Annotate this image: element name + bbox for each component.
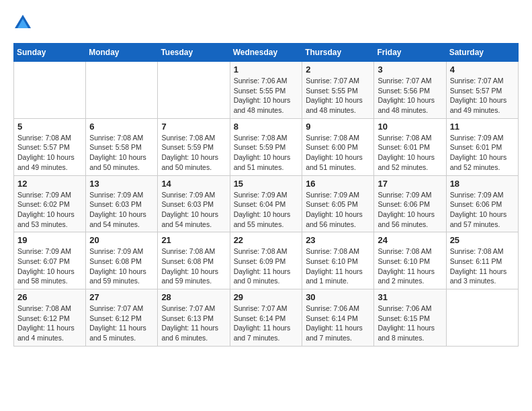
calendar-cell: 10Sunrise: 7:08 AMSunset: 6:01 PMDayligh… <box>374 118 446 175</box>
day-number: 23 <box>306 235 370 245</box>
day-info: Sunrise: 7:08 AMSunset: 5:59 PMDaylight:… <box>234 133 299 173</box>
day-info: Sunrise: 7:08 AMSunset: 6:00 PMDaylight:… <box>306 133 370 173</box>
calendar-cell: 25Sunrise: 7:08 AMSunset: 6:11 PMDayligh… <box>446 232 518 289</box>
day-number: 16 <box>306 179 370 189</box>
day-info: Sunrise: 7:08 AMSunset: 6:08 PMDaylight:… <box>161 246 226 286</box>
day-info: Sunrise: 7:07 AMSunset: 5:57 PMDaylight:… <box>450 76 515 116</box>
day-number: 29 <box>234 292 299 302</box>
day-info: Sunrise: 7:08 AMSunset: 6:10 PMDaylight:… <box>306 246 370 286</box>
calendar-cell: 22Sunrise: 7:08 AMSunset: 6:09 PMDayligh… <box>230 232 302 289</box>
day-number: 7 <box>161 122 226 132</box>
day-number: 17 <box>378 179 442 189</box>
calendar-cell: 13Sunrise: 7:09 AMSunset: 6:03 PMDayligh… <box>86 175 158 232</box>
day-info: Sunrise: 7:08 AMSunset: 6:10 PMDaylight:… <box>378 246 442 286</box>
logo-icon <box>13 13 32 32</box>
weekday-header-monday: Monday <box>86 44 158 62</box>
day-number: 9 <box>306 122 370 132</box>
calendar-cell: 18Sunrise: 7:09 AMSunset: 6:06 PMDayligh… <box>446 175 518 232</box>
calendar-week-4: 19Sunrise: 7:09 AMSunset: 6:07 PMDayligh… <box>14 232 519 289</box>
day-number: 31 <box>378 292 442 302</box>
weekday-header-thursday: Thursday <box>302 44 374 62</box>
day-info: Sunrise: 7:08 AMSunset: 6:12 PMDaylight:… <box>17 304 82 343</box>
day-info: Sunrise: 7:08 AMSunset: 6:11 PMDaylight:… <box>450 246 515 286</box>
weekday-header-row: SundayMondayTuesdayWednesdayThursdayFrid… <box>14 44 519 62</box>
calendar-cell: 7Sunrise: 7:08 AMSunset: 5:59 PMDaylight… <box>158 118 230 175</box>
calendar-cell: 19Sunrise: 7:09 AMSunset: 6:07 PMDayligh… <box>14 232 86 289</box>
calendar-body: 1Sunrise: 7:06 AMSunset: 5:55 PMDaylight… <box>14 62 519 347</box>
calendar-cell: 3Sunrise: 7:07 AMSunset: 5:56 PMDaylight… <box>374 62 446 119</box>
day-info: Sunrise: 7:09 AMSunset: 6:03 PMDaylight:… <box>89 190 154 230</box>
day-number: 1 <box>234 64 299 75</box>
day-number: 25 <box>450 235 515 245</box>
calendar-cell: 27Sunrise: 7:07 AMSunset: 6:12 PMDayligh… <box>86 289 158 347</box>
calendar-week-5: 26Sunrise: 7:08 AMSunset: 6:12 PMDayligh… <box>14 289 519 347</box>
weekday-header-wednesday: Wednesday <box>230 44 302 62</box>
day-number: 3 <box>378 64 442 75</box>
calendar-cell: 8Sunrise: 7:08 AMSunset: 5:59 PMDaylight… <box>230 118 302 175</box>
day-number: 8 <box>234 122 299 132</box>
day-info: Sunrise: 7:09 AMSunset: 6:01 PMDaylight:… <box>450 133 515 173</box>
day-info: Sunrise: 7:09 AMSunset: 6:06 PMDaylight:… <box>450 190 515 230</box>
calendar-week-2: 5Sunrise: 7:08 AMSunset: 5:57 PMDaylight… <box>14 118 519 175</box>
calendar-cell: 31Sunrise: 7:06 AMSunset: 6:15 PMDayligh… <box>374 289 446 347</box>
day-info: Sunrise: 7:07 AMSunset: 5:55 PMDaylight:… <box>306 76 370 116</box>
day-number: 28 <box>161 292 226 302</box>
day-info: Sunrise: 7:06 AMSunset: 6:14 PMDaylight:… <box>306 304 370 343</box>
day-info: Sunrise: 7:08 AMSunset: 5:58 PMDaylight:… <box>89 133 154 173</box>
day-number: 11 <box>450 122 515 132</box>
calendar-cell: 24Sunrise: 7:08 AMSunset: 6:10 PMDayligh… <box>374 232 446 289</box>
day-number: 13 <box>89 179 154 189</box>
logo-area <box>13 13 35 32</box>
calendar-cell: 16Sunrise: 7:09 AMSunset: 6:05 PMDayligh… <box>302 175 374 232</box>
calendar-cell: 12Sunrise: 7:09 AMSunset: 6:02 PMDayligh… <box>14 175 86 232</box>
day-info: Sunrise: 7:09 AMSunset: 6:04 PMDaylight:… <box>234 190 299 230</box>
header <box>13 13 519 32</box>
day-number: 2 <box>306 64 370 75</box>
calendar-cell: 29Sunrise: 7:07 AMSunset: 6:14 PMDayligh… <box>230 289 302 347</box>
calendar-cell: 9Sunrise: 7:08 AMSunset: 6:00 PMDaylight… <box>302 118 374 175</box>
day-info: Sunrise: 7:07 AMSunset: 6:13 PMDaylight:… <box>161 304 226 343</box>
day-number: 24 <box>378 235 442 245</box>
weekday-header-sunday: Sunday <box>14 44 86 62</box>
calendar-cell: 20Sunrise: 7:09 AMSunset: 6:08 PMDayligh… <box>86 232 158 289</box>
calendar-cell: 15Sunrise: 7:09 AMSunset: 6:04 PMDayligh… <box>230 175 302 232</box>
day-info: Sunrise: 7:09 AMSunset: 6:06 PMDaylight:… <box>378 190 442 230</box>
calendar-header: SundayMondayTuesdayWednesdayThursdayFrid… <box>14 44 519 62</box>
calendar-cell: 26Sunrise: 7:08 AMSunset: 6:12 PMDayligh… <box>14 289 86 347</box>
calendar-cell <box>158 62 230 119</box>
day-info: Sunrise: 7:09 AMSunset: 6:02 PMDaylight:… <box>17 190 82 230</box>
day-number: 15 <box>234 179 299 189</box>
page-container: SundayMondayTuesdayWednesdayThursdayFrid… <box>13 13 519 347</box>
day-number: 20 <box>89 235 154 245</box>
day-number: 4 <box>450 64 515 75</box>
day-info: Sunrise: 7:09 AMSunset: 6:07 PMDaylight:… <box>17 246 82 286</box>
weekday-header-tuesday: Tuesday <box>158 44 230 62</box>
calendar-cell: 2Sunrise: 7:07 AMSunset: 5:55 PMDaylight… <box>302 62 374 119</box>
calendar-cell: 6Sunrise: 7:08 AMSunset: 5:58 PMDaylight… <box>86 118 158 175</box>
day-info: Sunrise: 7:07 AMSunset: 6:14 PMDaylight:… <box>234 304 299 343</box>
calendar-cell: 21Sunrise: 7:08 AMSunset: 6:08 PMDayligh… <box>158 232 230 289</box>
calendar-week-1: 1Sunrise: 7:06 AMSunset: 5:55 PMDaylight… <box>14 62 519 119</box>
weekday-header-saturday: Saturday <box>446 44 518 62</box>
calendar-cell: 11Sunrise: 7:09 AMSunset: 6:01 PMDayligh… <box>446 118 518 175</box>
calendar-cell <box>14 62 86 119</box>
calendar-cell <box>446 289 518 347</box>
day-info: Sunrise: 7:09 AMSunset: 6:05 PMDaylight:… <box>306 190 370 230</box>
calendar-cell: 1Sunrise: 7:06 AMSunset: 5:55 PMDaylight… <box>230 62 302 119</box>
day-info: Sunrise: 7:07 AMSunset: 6:12 PMDaylight:… <box>89 304 154 343</box>
calendar-cell: 28Sunrise: 7:07 AMSunset: 6:13 PMDayligh… <box>158 289 230 347</box>
day-number: 27 <box>89 292 154 302</box>
calendar-cell <box>86 62 158 119</box>
day-number: 14 <box>161 179 226 189</box>
day-info: Sunrise: 7:09 AMSunset: 6:03 PMDaylight:… <box>161 190 226 230</box>
calendar-cell: 30Sunrise: 7:06 AMSunset: 6:14 PMDayligh… <box>302 289 374 347</box>
calendar-cell: 23Sunrise: 7:08 AMSunset: 6:10 PMDayligh… <box>302 232 374 289</box>
day-number: 10 <box>378 122 442 132</box>
day-number: 22 <box>234 235 299 245</box>
day-info: Sunrise: 7:08 AMSunset: 5:57 PMDaylight:… <box>17 133 82 173</box>
day-number: 30 <box>306 292 370 302</box>
calendar-table: SundayMondayTuesdayWednesdayThursdayFrid… <box>13 43 519 347</box>
day-info: Sunrise: 7:08 AMSunset: 6:09 PMDaylight:… <box>234 246 299 286</box>
day-number: 6 <box>89 122 154 132</box>
day-number: 12 <box>17 179 82 189</box>
